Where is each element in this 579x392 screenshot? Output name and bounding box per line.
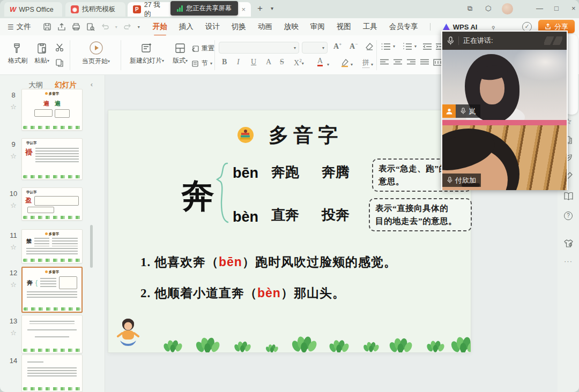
star-icon[interactable]: ☆ — [8, 103, 19, 111]
char-spacing-button[interactable]: A — [266, 58, 271, 66]
account-avatar[interactable] — [502, 3, 513, 14]
play-current-button[interactable]: 当页开始▾ — [75, 41, 117, 66]
new-slide-button[interactable]: 新建幻灯片▾ — [127, 42, 167, 65]
check-circle-icon[interactable]: ✓ — [522, 22, 532, 32]
align-center-icon[interactable] — [393, 59, 403, 66]
star-icon[interactable]: ☆ — [8, 201, 19, 209]
slide-thumbnail[interactable] — [21, 355, 83, 392]
dropdown-caret-icon: ▾ — [294, 46, 296, 50]
slide-thumbnail[interactable]: 学认字 盈 — [21, 187, 83, 221]
tab-tools[interactable]: 工具 — [363, 22, 377, 32]
tab-animations[interactable]: 动画 — [258, 22, 272, 32]
format-painter-label: 格式刷 — [8, 57, 27, 64]
dropdown-caret-icon[interactable]: ▾ — [414, 44, 417, 49]
tab-bar: W WPS Office ◉ 找稻壳模板 P 27 我的 pp × + ▾ 您正… — [0, 0, 579, 18]
tab-docer-templates[interactable]: ◉ 找稻壳模板 — [65, 2, 125, 17]
participant-tag: 付欣加 — [442, 174, 481, 187]
italic-button[interactable]: I — [237, 58, 240, 66]
save-icon[interactable] — [43, 22, 51, 31]
tab-close-icon[interactable]: × — [241, 5, 246, 13]
split-view-icon[interactable]: ⧉ — [467, 4, 472, 13]
reset-button[interactable]: 重置 — [191, 44, 214, 53]
undo-icon[interactable] — [101, 22, 109, 31]
quick-access-caret-icon[interactable]: ▾ — [138, 25, 140, 29]
justify-icon[interactable] — [420, 59, 429, 66]
tab-insert[interactable]: 插入 — [179, 22, 194, 32]
slide-thumbnail[interactable] — [21, 315, 83, 353]
slide-thumbnail[interactable]: 学认字 褂 — [21, 138, 83, 180]
slide-number: 13 — [8, 317, 19, 325]
participant-name: 岚 — [469, 107, 476, 116]
tab-slideshow[interactable]: 放映 — [284, 22, 299, 32]
tab-membership[interactable]: 会员专享 — [389, 22, 418, 32]
section-button[interactable]: 节 ▾ — [191, 59, 212, 68]
file-menu[interactable]: ☰ 文件 — [8, 22, 31, 32]
tab-review[interactable]: 审阅 — [310, 22, 325, 32]
font-name-select[interactable]: ▾ — [219, 42, 299, 54]
format-painter-button[interactable]: 格式刷 — [5, 42, 30, 65]
star-icon[interactable]: ☆ — [8, 152, 19, 160]
slide-thumbnail-selected[interactable]: 多音字 奔 { — [21, 267, 83, 313]
strikethrough-button[interactable]: S — [280, 58, 284, 66]
slide-canvas[interactable]: 多音字 奔 bēn 奔跑 奔腾 bèn 直奔 投奔 表示“急走、跑”的 意思。 … — [108, 110, 471, 352]
close-button[interactable]: × — [571, 4, 576, 12]
sidebar-scrollbar[interactable] — [90, 225, 93, 268]
workspace-icon[interactable]: ⬡ — [485, 4, 491, 12]
star-icon[interactable]: ☆ — [8, 329, 19, 337]
dropdown-caret-icon[interactable]: ▾ — [351, 62, 353, 67]
bullets-icon[interactable] — [381, 43, 391, 50]
shrink-font-button[interactable]: A− — [350, 41, 358, 51]
dropdown-caret-icon[interactable]: ▾ — [393, 44, 395, 49]
numbering-icon[interactable] — [402, 43, 413, 50]
copy-icon[interactable] — [55, 58, 64, 67]
tab-list-caret-icon[interactable]: ▾ — [271, 5, 273, 11]
section-icon — [191, 59, 199, 68]
skin-shirt-icon[interactable] — [563, 239, 574, 248]
slide-row-9: 9 ☆ 学认字 褂 — [0, 138, 105, 181]
bold-button[interactable]: B — [222, 58, 227, 66]
decrease-indent-icon[interactable] — [422, 43, 432, 50]
slide-thumbnail[interactable]: 多音字 遍遍 — [21, 89, 83, 131]
cut-icon[interactable] — [55, 43, 64, 52]
collapse-panel-icon[interactable]: ‹ — [91, 80, 93, 88]
new-tab-button[interactable]: + — [257, 3, 263, 14]
tab-transitions[interactable]: 切换 — [232, 22, 246, 32]
tab-home[interactable]: 开始 — [153, 22, 167, 32]
undo-caret-icon[interactable]: ▾ — [115, 25, 117, 29]
wps-ai-button[interactable]: WPS AI — [442, 23, 478, 31]
font-color-button[interactable]: A — [317, 57, 323, 66]
textbook-icon[interactable] — [563, 192, 574, 201]
tab-design[interactable]: 设计 — [205, 22, 220, 32]
highlight-icon[interactable] — [340, 58, 350, 67]
star-icon[interactable]: ☆ — [8, 281, 19, 289]
thumb-title: 学认字 — [26, 141, 82, 146]
webcam-feed-lan[interactable]: 岚 — [442, 50, 567, 120]
star-icon[interactable]: ☆ — [8, 243, 19, 251]
tab-wps-home[interactable]: W WPS Office — [4, 2, 62, 17]
video-call-panel[interactable]: 正在讲话: 岚 — [441, 31, 568, 190]
print-preview-icon[interactable] — [86, 22, 95, 31]
font-size-select[interactable]: ▾ — [302, 42, 328, 54]
paste-button[interactable]: 粘贴▾ — [31, 42, 53, 65]
dropdown-caret-icon[interactable]: ▾ — [371, 62, 373, 67]
maximize-button[interactable]: □ — [554, 4, 559, 12]
align-right-icon[interactable] — [406, 59, 416, 66]
layout-button[interactable]: 版式▾ — [168, 42, 192, 65]
tab-view[interactable]: 视图 — [337, 22, 351, 32]
minimize-button[interactable]: — — [536, 4, 543, 12]
slide-number: 8 — [8, 91, 19, 99]
slide-thumbnail[interactable]: 多音字 禁 — [21, 229, 83, 263]
grow-font-button[interactable]: A+ — [333, 41, 342, 51]
more-icon[interactable]: ··· — [558, 257, 579, 265]
pinyin-guide-button[interactable]: 拼 — [362, 58, 369, 68]
print-icon[interactable] — [72, 22, 80, 31]
clear-format-icon[interactable] — [365, 42, 374, 51]
redo-icon[interactable] — [123, 22, 132, 31]
dropdown-caret-icon[interactable]: ▾ — [327, 62, 329, 67]
help-icon[interactable]: ? — [558, 211, 579, 220]
webcam-feed-fuxinjia[interactable]: 付欣加 — [442, 120, 567, 190]
superscript-button[interactable]: X2▾ — [294, 58, 304, 67]
align-left-icon[interactable] — [380, 59, 389, 66]
underline-button[interactable]: U — [251, 58, 256, 66]
export-icon[interactable] — [57, 22, 66, 31]
